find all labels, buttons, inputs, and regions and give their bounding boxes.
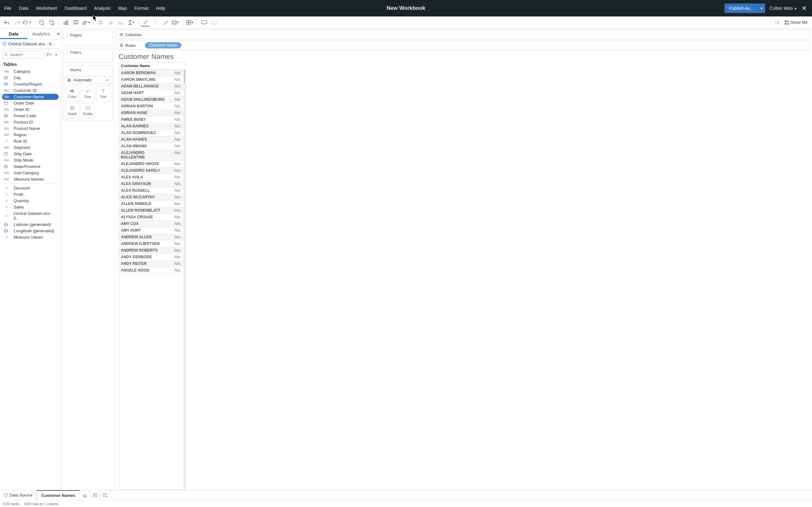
tooltip-card[interactable]: Tooltip	[81, 103, 95, 119]
user-menu[interactable]: Colten Woo ▼	[768, 4, 798, 12]
table-row[interactable]: ANGELE HOODAbc	[119, 267, 183, 274]
table-row[interactable]: ADRIAN HANEAbc	[119, 110, 183, 116]
search-input[interactable]	[2, 51, 44, 59]
presentation-icon[interactable]	[200, 18, 209, 27]
pause-data-icon[interactable]	[47, 18, 56, 27]
field-central-dataset-xlsx-s-[interactable]: #Central Dataset.xlsx - S...	[2, 210, 59, 221]
data-source-tab[interactable]: Data Source	[0, 490, 37, 500]
field-ship-date[interactable]: Ship Date	[2, 151, 59, 157]
data-guide-icon[interactable]	[773, 18, 781, 27]
close-icon[interactable]: ✕	[802, 4, 807, 12]
table-row[interactable]: ALYSSA CROUSEAbc	[119, 214, 183, 221]
revert-icon[interactable]: ▼	[23, 18, 32, 27]
sheet-title[interactable]: Customer Names	[115, 50, 812, 62]
highlight-icon[interactable]	[141, 18, 150, 26]
show-cards-icon[interactable]: ▼	[186, 18, 194, 27]
field-sales[interactable]: #Sales	[2, 204, 59, 210]
new-dashboard-tab-icon[interactable]	[90, 490, 100, 500]
table-row[interactable]: AARON BERGMANAbc	[119, 70, 183, 76]
field-region[interactable]: AbcRegion	[2, 132, 59, 138]
field-profit[interactable]: #Profit	[2, 191, 59, 198]
table-row[interactable]: ALICE MCCARTHYAbc	[119, 194, 183, 201]
collapse-sidebar-icon[interactable]: ◀	[55, 29, 61, 39]
table-row[interactable]: AMY HUNTAbc	[119, 227, 183, 234]
table-row[interactable]: ADAM SHILLINGSBURGAbc	[119, 96, 183, 103]
redo-icon[interactable]	[13, 18, 21, 27]
tab-analytics[interactable]: Analytics	[28, 29, 55, 39]
pages-shelf[interactable]: ⌄Pages	[63, 31, 113, 45]
field-segment[interactable]: AbcSegment	[2, 145, 59, 151]
menu-worksheet[interactable]: Worksheet	[35, 4, 58, 12]
table-row[interactable]: ALEX RUSSELLAbc	[119, 187, 183, 194]
columns-shelf[interactable]: Columns	[117, 30, 810, 39]
fit-icon[interactable]: ▼	[171, 18, 180, 27]
table-row[interactable]: ALAN HWANGAbc	[119, 143, 183, 150]
viz-scrollbar[interactable]	[183, 70, 186, 490]
field-measure-values[interactable]: #Measure Values	[2, 234, 59, 240]
field-discount[interactable]: #Discount	[2, 185, 59, 191]
filter-fields-icon[interactable]: ▼	[45, 51, 52, 58]
viz-column-header[interactable]: Customer Name	[119, 62, 186, 70]
table-row[interactable]: ALLEN ROSENBLATTAbc	[119, 207, 183, 214]
table-row[interactable]: ALAN BARNESAbc	[119, 123, 183, 130]
field-latitude-generated-[interactable]: Latitude (generated)	[2, 222, 59, 228]
table-row[interactable]: ALAN HAINESAbc	[119, 136, 183, 143]
rows-pill-customer-name[interactable]: Customer Name	[145, 42, 182, 49]
menu-file[interactable]: File	[3, 4, 12, 12]
table-row[interactable]: ADAM HARTAbc	[119, 90, 183, 96]
text-card[interactable]: Text	[96, 86, 110, 102]
worksheet-tab-active[interactable]: Customer Names	[37, 490, 80, 500]
new-datasource-icon[interactable]	[37, 18, 46, 27]
publish-button[interactable]: Publish As... ▼	[724, 3, 765, 13]
table-row[interactable]: ALEX GRAYSONAbc	[119, 181, 183, 187]
format-icon[interactable]	[161, 18, 170, 27]
undo-icon[interactable]	[3, 18, 11, 27]
table-row[interactable]: ALEJANDRO BALLENTINEAbc	[119, 150, 183, 161]
field-row-id[interactable]: #Row ID	[2, 138, 59, 144]
new-worksheet-icon[interactable]	[61, 18, 70, 27]
menu-data[interactable]: Data	[18, 4, 30, 12]
tab-data[interactable]: Data	[0, 29, 28, 39]
totals-icon[interactable]: ▼	[126, 18, 136, 27]
new-worksheet-tab-icon[interactable]	[80, 490, 90, 500]
table-row[interactable]: ANDY GERBODEAbc	[119, 254, 183, 261]
field-country-region[interactable]: Country/Region	[2, 81, 59, 87]
menu-map[interactable]: Map	[117, 4, 128, 12]
table-row[interactable]: AMY COXAbc	[119, 221, 183, 227]
menu-help[interactable]: Help	[155, 4, 166, 12]
show-me-button[interactable]: Show Me	[785, 20, 808, 25]
table-row[interactable]: ALEX AVILAAbc	[119, 174, 183, 181]
new-story-tab-icon[interactable]	[100, 490, 110, 500]
field-category[interactable]: AbcCategory	[2, 68, 59, 74]
table-row[interactable]: ALAN DOMINGUEZAbc	[119, 130, 183, 136]
field-city[interactable]: City	[2, 75, 59, 81]
filters-shelf[interactable]: ⌄Filters	[63, 48, 113, 63]
color-card[interactable]: Color	[65, 86, 79, 102]
mark-type-dropdown[interactable]: Automatic ▾	[65, 76, 110, 84]
detail-card[interactable]: Detail	[65, 103, 79, 119]
field-state-province[interactable]: State/Province	[2, 164, 59, 170]
menu-analysis[interactable]: Analysis	[93, 4, 111, 12]
table-row[interactable]: ANDREW GJERTSENAbc	[119, 240, 183, 247]
field-customer-id[interactable]: AbcCustomer ID	[2, 88, 59, 94]
duplicate-icon[interactable]	[72, 18, 81, 27]
field-sub-category[interactable]: AbcSub-Category	[2, 170, 59, 176]
table-row[interactable]: ALEJANDRO GROVEAbc	[119, 161, 183, 167]
datasource-item[interactable]: Central Dataset.xlsx - S...	[0, 39, 61, 49]
table-row[interactable]: ANDY REITERAbc	[119, 261, 183, 267]
swap-icon[interactable]	[96, 18, 105, 27]
table-row[interactable]: AARON SMAYLINGAbc	[119, 76, 183, 83]
field-product-name[interactable]: AbcProduct Name	[2, 125, 59, 131]
menu-dashboard[interactable]: Dashboard	[64, 4, 88, 12]
field-ship-mode[interactable]: AbcShip Mode	[2, 157, 59, 163]
clear-icon[interactable]: ▼	[82, 18, 91, 27]
field-quantity[interactable]: #Quantity	[2, 198, 59, 204]
table-row[interactable]: ADRIAN BARTONAbc	[119, 103, 183, 110]
field-product-id[interactable]: AbcProduct ID	[2, 119, 59, 125]
field-menu-icon[interactable]: ▼	[54, 51, 59, 58]
table-row[interactable]: AIMEE BIXBYAbc	[119, 116, 183, 123]
field-measure-names[interactable]: AbcMeasure Names	[2, 176, 59, 182]
publish-dropdown-icon[interactable]: ▼	[758, 3, 765, 13]
rows-shelf[interactable]: Rows Customer Name	[117, 41, 810, 50]
field-longitude-generated-[interactable]: Longitude (generated)	[2, 228, 59, 234]
